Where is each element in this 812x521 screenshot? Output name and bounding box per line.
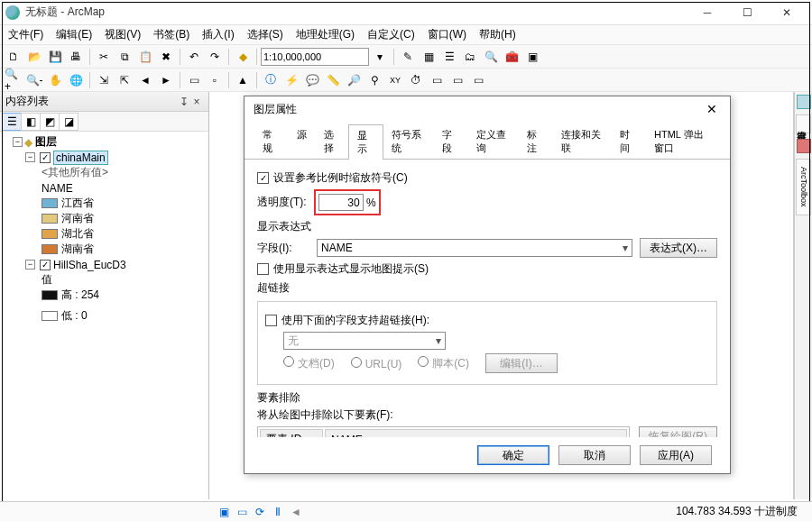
print-icon[interactable]: 🖶 [66, 47, 86, 67]
pointer-icon[interactable]: ▲ [233, 70, 253, 90]
select-features-icon[interactable]: ▭ [184, 70, 204, 90]
menu-edit[interactable]: 编辑(E) [50, 25, 98, 44]
tab-labels[interactable]: 标注 [518, 123, 553, 159]
menu-bookmarks[interactable]: 书签(B) [147, 25, 196, 44]
arcbox-icon[interactable]: 🧰 [502, 47, 521, 67]
fixed-zoomin-icon[interactable]: ⇲ [94, 70, 114, 90]
python-icon[interactable]: ▣ [522, 47, 542, 67]
toc-close-icon[interactable]: × [190, 96, 203, 108]
full-extent-icon[interactable]: 🌐 [66, 70, 86, 90]
delete-icon[interactable]: ✖ [156, 47, 176, 67]
tab-time[interactable]: 时间 [611, 123, 646, 159]
scale-input[interactable] [261, 48, 369, 66]
exclusion-table[interactable]: 要素 IDNAME [257, 426, 630, 437]
editor-toolbar-icon[interactable]: ✎ [398, 47, 418, 67]
ok-button[interactable]: 确定 [477, 445, 549, 465]
redo-icon[interactable]: ↷ [205, 47, 225, 67]
layer-checkbox[interactable] [40, 260, 51, 270]
refresh-icon[interactable]: ⟳ [253, 505, 267, 519]
layer-checkbox[interactable] [40, 152, 51, 163]
table-icon[interactable]: ▦ [419, 47, 438, 67]
menu-windows[interactable]: 窗口(W) [421, 25, 473, 44]
zoom-out-icon[interactable]: 🔍- [24, 70, 44, 90]
viewer-icon[interactable]: ▭ [427, 70, 447, 90]
catalog-icon[interactable]: 🗂 [460, 47, 480, 67]
menu-selection[interactable]: 选择(S) [241, 25, 290, 44]
new-icon[interactable]: 🗋 [4, 47, 23, 67]
goto-xy-icon[interactable]: XY [385, 70, 405, 90]
toc-tab-visibility[interactable]: ◩ [40, 113, 60, 131]
cut-icon[interactable]: ✂ [94, 47, 114, 67]
viewer2-icon[interactable]: ▭ [448, 70, 467, 90]
find-icon[interactable]: 🔎 [344, 70, 364, 90]
restore-drawing-button[interactable]: 恢复绘图(R) [639, 426, 717, 437]
side-tab-search[interactable]: 搜索 目录 [796, 114, 811, 133]
next-extent-icon[interactable]: ► [156, 70, 176, 90]
menu-help[interactable]: 帮助(H) [473, 25, 522, 44]
tab-symbology[interactable]: 符号系统 [383, 123, 434, 159]
radio-document[interactable] [283, 356, 294, 367]
tab-defquery[interactable]: 定义查询 [467, 123, 519, 159]
pan-icon[interactable]: ✋ [45, 70, 65, 90]
toc-tab-selection[interactable]: ◪ [59, 113, 78, 131]
tab-html[interactable]: HTML 弹出窗口 [645, 123, 722, 159]
add-data-icon[interactable]: ◆ [233, 47, 253, 67]
hyperlink-icon[interactable]: ⚡ [281, 70, 301, 90]
tab-fields[interactable]: 字段 [433, 123, 468, 159]
layer-hillshade[interactable]: HillSha_EucD3 [53, 259, 126, 271]
identify-icon[interactable]: ⓘ [261, 70, 281, 90]
layout-view-icon[interactable]: ▭ [235, 505, 249, 519]
undo-icon[interactable]: ↶ [184, 47, 204, 67]
toolbox-side-icon[interactable] [797, 139, 811, 153]
apply-button[interactable]: 应用(A) [640, 445, 712, 465]
toc-tab-draworder[interactable]: ☰ [2, 113, 22, 131]
pause-icon[interactable]: Ⅱ [271, 505, 285, 519]
menu-customize[interactable]: 自定义(C) [361, 25, 421, 44]
close-button[interactable]: ✕ [767, 1, 807, 24]
toggle-icon[interactable]: − [25, 260, 35, 270]
fixed-zoomout-icon[interactable]: ⇱ [115, 70, 134, 90]
find-route-icon[interactable]: ⚲ [364, 70, 384, 90]
scale-symbols-checkbox[interactable] [257, 172, 269, 184]
menu-insert[interactable]: 插入(I) [196, 25, 240, 44]
radio-url[interactable] [351, 357, 362, 368]
dialog-close-icon[interactable]: ✕ [703, 102, 721, 116]
measure-icon[interactable]: 📏 [323, 70, 343, 90]
side-tab-arctoolbox[interactable]: ArcToolbox [796, 159, 811, 215]
toggle-icon[interactable]: − [25, 152, 35, 162]
layers-root[interactable]: 图层 [35, 134, 57, 150]
search-icon[interactable]: 🔍 [481, 47, 501, 67]
menu-geoprocessing[interactable]: 地理处理(G) [290, 25, 361, 44]
clear-selection-icon[interactable]: ▫ [205, 70, 225, 90]
cancel-button[interactable]: 取消 [558, 445, 631, 465]
expression-button[interactable]: 表达式(X)… [640, 238, 717, 258]
tab-joins[interactable]: 连接和关联 [552, 123, 613, 159]
maximize-button[interactable]: ☐ [727, 1, 767, 24]
menu-view[interactable]: 视图(V) [98, 25, 147, 44]
minimize-button[interactable]: ─ [687, 1, 727, 24]
toc-icon[interactable]: ☰ [439, 47, 459, 67]
tab-source[interactable]: 源 [288, 123, 316, 159]
toggle-icon[interactable]: − [13, 137, 23, 147]
paste-icon[interactable]: 📋 [135, 47, 155, 67]
tab-general[interactable]: 常规 [254, 123, 289, 159]
prev-extent-icon[interactable]: ◄ [135, 70, 155, 90]
toc-tab-source[interactable]: ◧ [21, 113, 41, 131]
pin-icon[interactable]: ↧ [178, 96, 190, 108]
edit-script-button[interactable]: 编辑(I)… [485, 353, 558, 373]
transparency-input[interactable]: 30 [318, 194, 364, 211]
copy-icon[interactable]: ⧉ [115, 47, 134, 67]
radio-script[interactable] [418, 356, 429, 367]
open-icon[interactable]: 📂 [24, 47, 44, 67]
scroll-left-icon[interactable]: ◄ [289, 505, 303, 519]
maptips-checkbox[interactable] [257, 263, 269, 275]
catalog-side-icon[interactable] [797, 95, 811, 109]
tab-display[interactable]: 显示 [348, 124, 383, 160]
menu-file[interactable]: 文件(F) [2, 25, 50, 44]
html-popup-icon[interactable]: 💬 [302, 70, 322, 90]
viewer3-icon[interactable]: ▭ [468, 70, 488, 90]
field-select[interactable]: NAME [317, 239, 632, 257]
layer-chinamain[interactable]: chinaMain [53, 151, 108, 165]
time-slider-icon[interactable]: ⏱ [406, 70, 426, 90]
hyperlink-field-select[interactable]: 无 [283, 332, 446, 350]
